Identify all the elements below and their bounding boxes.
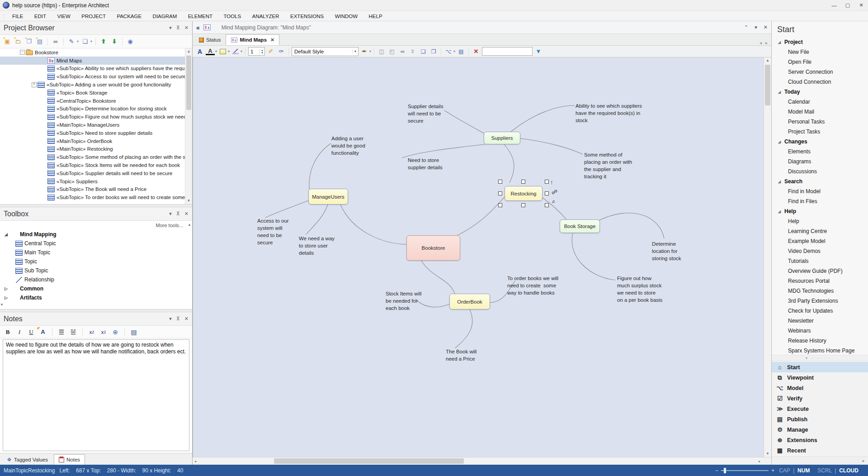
underline-icon[interactable]: U [27, 328, 35, 337]
bullet-list-icon[interactable]: ☰ [57, 328, 66, 337]
close-button[interactable] [854, 0, 868, 10]
mindmap-node[interactable]: OrderBook [449, 294, 490, 309]
start-panel-item[interactable]: Help [772, 216, 868, 226]
filter-funnel-icon[interactable]: ▼ [534, 47, 543, 56]
start-panel-item[interactable]: Model Mail [772, 107, 868, 117]
new-element-icon[interactable]: ▤ [35, 37, 44, 46]
toolbox-item[interactable]: Topic [0, 257, 192, 266]
tree-item[interactable]: «SubTopic» Supplier details will need to… [0, 169, 185, 177]
fill-color-icon[interactable] [220, 49, 226, 54]
scroll-thumb[interactable] [186, 56, 191, 110]
font-color-icon[interactable]: A [206, 48, 215, 55]
close-panel-icon[interactable] [184, 211, 189, 217]
mindmap-annotation[interactable]: Ability to see which suppliers have the … [576, 102, 642, 124]
space-vertical-icon[interactable]: ⇳ [408, 47, 417, 56]
diagram-properties-icon[interactable]: ▤ [457, 47, 466, 56]
toolbox-item[interactable]: Relationship [0, 275, 192, 284]
minimize-button[interactable] [827, 0, 841, 10]
quicklink-hand-icon[interactable]: ☍ [552, 189, 557, 195]
mindmap-node[interactable]: Book Storage [560, 219, 600, 233]
expander-icon[interactable] [41, 138, 47, 144]
nav-item[interactable]: Start [772, 362, 868, 372]
tree-item[interactable]: «SubTopic» Ability to see which supplier… [0, 65, 185, 73]
expander-icon[interactable] [41, 194, 47, 201]
apply-style-icon[interactable]: ✒ [360, 47, 369, 56]
start-panel-item[interactable]: Video Demos [772, 246, 868, 256]
expander-icon[interactable] [41, 97, 47, 104]
expander-icon[interactable] [19, 49, 26, 56]
start-panel-item[interactable]: Project Tasks [772, 127, 868, 137]
tab-notes[interactable]: Notes [54, 454, 85, 465]
menu-item[interactable]: VIEW [52, 14, 75, 19]
start-panel-item[interactable]: MDG Technologies [772, 286, 868, 296]
scroll-thumb[interactable] [765, 65, 770, 105]
nav-item[interactable]: Viewpoint [772, 372, 868, 383]
expander-icon[interactable] [41, 122, 47, 129]
panel-splitter-handle[interactable]: ▾ ········· [772, 355, 868, 361]
start-panel-item[interactable]: Elements [772, 147, 868, 157]
hyperlink-icon[interactable]: ⊕ [111, 328, 119, 337]
expander-icon[interactable] [41, 89, 47, 96]
italic-icon[interactable]: I [15, 328, 24, 337]
edit-icon[interactable]: ✎ [67, 37, 76, 46]
canvas-vertical-scrollbar[interactable] [764, 57, 771, 457]
expander-icon[interactable] [41, 105, 47, 112]
bring-forward-icon[interactable]: ❏ [419, 47, 428, 56]
pin-icon[interactable] [176, 316, 180, 322]
new-package-icon[interactable]: 🗀 [14, 37, 23, 46]
close-panel-icon[interactable] [184, 25, 189, 31]
nav-item[interactable]: Verify [772, 393, 868, 404]
toolbox-item[interactable]: ▷ Common [0, 284, 192, 293]
mindmap-annotation[interactable]: Stock Items will be needed for each book [386, 290, 421, 312]
font-icon[interactable]: A [195, 47, 204, 56]
start-panel-item[interactable]: Server Connection [772, 67, 868, 77]
menu-item[interactable]: WINDOW [330, 14, 362, 19]
tree-item[interactable]: «SubTopic» The Book will need a Price [0, 186, 185, 194]
tree-item[interactable]: «MainTopic» Restocking [0, 145, 185, 153]
nav-item[interactable]: Execute [772, 404, 868, 414]
pin-icon[interactable] [176, 211, 180, 217]
filter-input[interactable] [482, 47, 533, 56]
edit-dropdown-icon[interactable] [77, 39, 79, 43]
tab-status[interactable]: Status [194, 34, 226, 45]
tab-tagged-values[interactable]: ❖ Tagged Values [2, 454, 53, 465]
scroll-down-icon[interactable] [185, 198, 192, 204]
expander-icon[interactable] [41, 65, 47, 72]
numbered-list-icon[interactable]: ☱ [69, 328, 77, 337]
mindmap-node[interactable]: ManageUsers [308, 189, 348, 205]
line-width-spinner[interactable]: 1 [248, 47, 265, 56]
collapse-left-icon[interactable] [196, 24, 200, 31]
expander-icon[interactable] [41, 57, 47, 64]
line-color-dropdown-icon[interactable] [241, 49, 242, 53]
style-combobox[interactable]: Default Style [292, 47, 359, 56]
toolbox-scroll-down-icon[interactable] [0, 302, 191, 308]
start-panel-item[interactable]: ◢ Changes [772, 137, 868, 147]
start-panel-item[interactable]: Find in Files [772, 196, 868, 206]
send-back-icon[interactable]: ❐ [429, 47, 438, 56]
search-icon[interactable]: ∞ [51, 37, 60, 46]
menu-item[interactable]: ELEMENT [184, 14, 217, 19]
toolbox-item[interactable]: ▷ Artifacts [0, 293, 192, 302]
tree-scrollbar[interactable] [185, 48, 192, 204]
start-panel-item[interactable]: Newsletter [772, 316, 868, 326]
start-panel-item[interactable]: Example Model [772, 236, 868, 246]
spin-down-icon[interactable] [260, 52, 264, 54]
start-panel-item[interactable]: ◢ Project [772, 37, 868, 47]
panel-menu-icon[interactable] [169, 211, 172, 217]
mindmap-annotation[interactable]: To order books we will need to create so… [507, 275, 558, 296]
start-panel-item[interactable]: New File [772, 47, 868, 57]
tree-item[interactable]: «SubTopic» Some method of placing an ord… [0, 153, 185, 161]
nav-item[interactable]: Model [772, 383, 868, 393]
tree-item[interactable]: «SubTopic» Access to our system will nee… [0, 72, 185, 81]
delete-icon[interactable]: ✕ [472, 47, 481, 56]
zoom-thumb[interactable] [724, 468, 726, 473]
format-painter-icon[interactable]: ✐ [266, 47, 275, 56]
toolbox-item[interactable]: Sub Topic [0, 266, 192, 275]
scroll-down-icon[interactable] [764, 451, 771, 457]
mindmap-annotation[interactable]: Supplier details will need to be secure [408, 103, 443, 124]
line-color-icon[interactable] [232, 49, 239, 54]
tree-item[interactable]: Mind Maps [0, 57, 185, 65]
expander-icon[interactable] [41, 186, 47, 193]
pin-icon[interactable] [176, 25, 180, 31]
tree-item[interactable]: «SubTopic» Stock Items will be needed fo… [0, 161, 185, 169]
